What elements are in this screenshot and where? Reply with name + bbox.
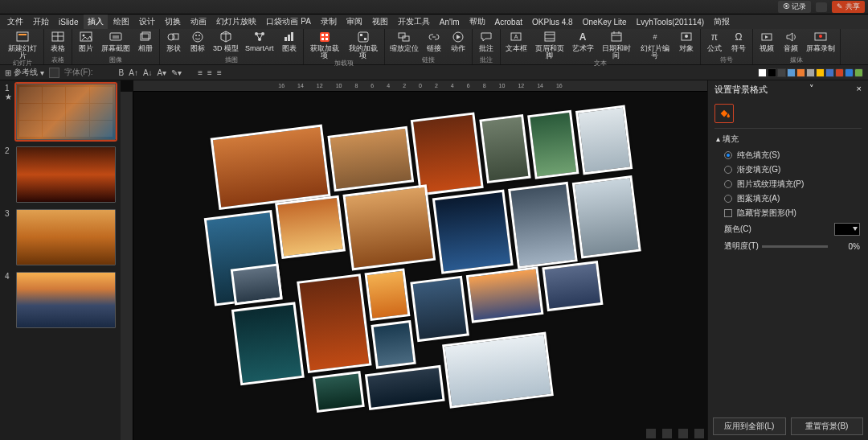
- ribbon-action[interactable]: 动作: [448, 30, 469, 52]
- slide-thumb-4[interactable]: 4: [5, 272, 116, 328]
- menu-tab-7[interactable]: 动画: [186, 14, 211, 29]
- ribbon-equation[interactable]: π公式: [704, 30, 725, 52]
- ribbon-screenrec[interactable]: 屏幕录制: [805, 30, 837, 52]
- tool-indicator[interactable]: [845, 68, 854, 77]
- menu-tab-11[interactable]: 审阅: [342, 14, 366, 29]
- sorter-view-icon[interactable]: [662, 429, 672, 438]
- slide-thumb-2[interactable]: 2: [5, 146, 116, 203]
- collage-image-13[interactable]: [297, 273, 371, 373]
- ribbon-textbox[interactable]: A文本框: [504, 30, 529, 52]
- menu-tab-9[interactable]: 口袋动画 PA: [262, 14, 314, 29]
- menu-tab-2[interactable]: iSlide: [55, 16, 82, 28]
- collage-image-3[interactable]: [479, 114, 530, 183]
- slide-thumb-1[interactable]: 1★: [5, 84, 116, 140]
- collage-image-12[interactable]: [231, 302, 305, 385]
- ribbon-smartart[interactable]: SmartArt: [244, 30, 276, 52]
- ribbon-wordart[interactable]: A艺术字: [571, 30, 596, 52]
- menu-tab-10[interactable]: 录制: [317, 14, 341, 29]
- ribbon-picture[interactable]: 图片: [76, 30, 96, 52]
- image-collage[interactable]: [178, 92, 664, 440]
- reading-view-icon[interactable]: [678, 429, 688, 438]
- menu-tab-3[interactable]: 插入: [84, 14, 108, 29]
- collage-image-21[interactable]: [365, 364, 445, 409]
- fill-icon[interactable]: [714, 104, 734, 123]
- menu-tab-16[interactable]: Acrobat: [491, 16, 526, 28]
- highlight[interactable]: ✎▾: [171, 68, 182, 77]
- ribbon-header[interactable]: 页眉和页脚: [532, 30, 567, 60]
- align-right[interactable]: ≡: [217, 68, 222, 77]
- ribbon-zoom[interactable]: 缩放定位: [388, 30, 420, 52]
- collage-image-18[interactable]: [542, 261, 603, 311]
- panel-chevron[interactable]: ˅: [809, 84, 814, 96]
- collage-image-2[interactable]: [411, 112, 484, 195]
- fill-option-1[interactable]: 渐变填充(G): [716, 162, 860, 177]
- menu-tab-12[interactable]: 视图: [368, 14, 392, 29]
- record-button[interactable]: ⦿ 记录: [778, 1, 812, 13]
- ribbon-album[interactable]: 相册: [135, 30, 156, 52]
- transparency-slider[interactable]: 透明度(T) 0%: [716, 238, 860, 254]
- tool-indicator[interactable]: [835, 68, 844, 77]
- apply-all-button[interactable]: 应用到全部(L): [713, 417, 786, 435]
- menu-tab-8[interactable]: 幻灯片放映: [212, 14, 260, 29]
- menu-tab-20[interactable]: 简报: [710, 14, 734, 29]
- normal-view-icon[interactable]: [646, 429, 656, 438]
- collage-image-14[interactable]: [231, 263, 283, 305]
- collage-image-20[interactable]: [313, 371, 365, 413]
- ribbon-screenshot[interactable]: 屏幕截图: [100, 30, 132, 52]
- ribbon-icons[interactable]: 图标: [187, 30, 208, 52]
- collage-image-7[interactable]: [275, 195, 346, 258]
- ribbon-comment[interactable]: 批注: [476, 30, 497, 52]
- slideshow-icon[interactable]: [694, 429, 704, 438]
- bold-button[interactable]: B: [119, 68, 125, 77]
- hide-bg-graphics[interactable]: 隐藏背景图形(H): [716, 206, 860, 220]
- swatch[interactable]: [796, 68, 805, 77]
- menu-tab-13[interactable]: 开发工具: [394, 14, 434, 29]
- swatch[interactable]: [768, 68, 776, 77]
- ribbon-symbol[interactable]: Ω符号: [728, 30, 749, 52]
- menu-tab-1[interactable]: 开始: [29, 14, 53, 29]
- align-center[interactable]: ≡: [207, 68, 212, 77]
- ribbon-addin-my[interactable]: 我的加载项: [346, 30, 381, 60]
- menu-tab-19[interactable]: LvyhTools(201114): [633, 16, 709, 28]
- collage-image-0[interactable]: [211, 124, 331, 209]
- collage-image-9[interactable]: [432, 189, 514, 273]
- menu-tab-17[interactable]: OKPlus 4.8: [528, 16, 577, 28]
- collage-image-11[interactable]: [572, 175, 641, 258]
- ribbon-number[interactable]: #幻灯片编号: [637, 30, 673, 60]
- collage-image-22[interactable]: [442, 331, 554, 408]
- ribbon-link[interactable]: 链接: [424, 30, 444, 52]
- font-color[interactable]: A▾: [158, 68, 167, 77]
- menu-tab-0[interactable]: 文件: [3, 14, 27, 29]
- swatch[interactable]: [758, 68, 767, 77]
- menu-tab-14[interactable]: An'lm: [436, 16, 464, 28]
- ribbon-3d[interactable]: 3D 模型: [211, 30, 240, 52]
- color-picker[interactable]: [834, 223, 860, 236]
- collage-image-8[interactable]: [342, 184, 436, 270]
- guides-toggle[interactable]: ⊞ 参考线 ▾: [5, 67, 44, 78]
- ribbon-audio[interactable]: 音频: [780, 30, 801, 52]
- fontsize-down[interactable]: A↓: [143, 68, 153, 77]
- collage-image-17[interactable]: [466, 266, 544, 323]
- fill-option-3[interactable]: 图案填充(A): [716, 191, 860, 206]
- ribbon-new-slide[interactable]: 新建幻灯片: [5, 30, 40, 60]
- ribbon-video[interactable]: 视频: [756, 30, 777, 52]
- menu-tab-18[interactable]: OneKey Lite: [579, 16, 631, 28]
- slide-area[interactable]: [133, 92, 707, 440]
- chat-icon[interactable]: [816, 2, 827, 12]
- align-left[interactable]: ≡: [198, 68, 203, 77]
- menu-tab-15[interactable]: 帮助: [465, 14, 489, 29]
- share-button[interactable]: ✎ 共享: [832, 1, 865, 13]
- ribbon-addin-get[interactable]: 获取加载项: [307, 30, 342, 60]
- panel-close[interactable]: ×: [857, 84, 862, 96]
- reset-bg-button[interactable]: 重置背景(B): [791, 417, 864, 435]
- ribbon-object[interactable]: 对象: [676, 30, 697, 52]
- slide-canvas[interactable]: 1614121086420246810121416: [121, 80, 707, 440]
- ribbon-table[interactable]: 表格: [47, 30, 68, 52]
- slide-thumb-3[interactable]: 3: [5, 209, 116, 265]
- collage-image-4[interactable]: [527, 109, 579, 179]
- swatch[interactable]: [825, 68, 834, 77]
- collage-image-19[interactable]: [371, 319, 416, 368]
- ribbon-date[interactable]: 日期和时间: [599, 30, 634, 60]
- collage-image-16[interactable]: [410, 275, 469, 341]
- ribbon-shapes[interactable]: 形状: [163, 30, 184, 52]
